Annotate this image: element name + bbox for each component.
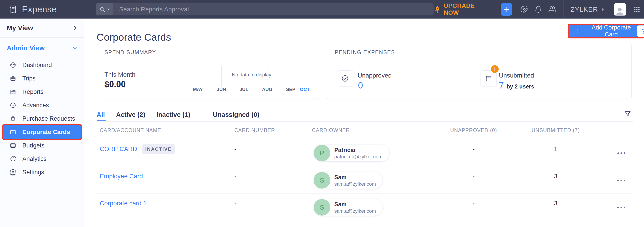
unsubmitted-cell: 1 — [529, 135, 582, 163]
column-header: CARD/ACCOUNT NAME — [100, 127, 161, 133]
unapproved-count[interactable]: 0 — [358, 80, 363, 90]
app-logo[interactable]: Expense — [0, 0, 84, 18]
quick-create-button[interactable] — [501, 3, 512, 16]
briefcase-icon — [10, 75, 16, 82]
pending-expenses-body: Unapproved 0 ! Unsubmitted 7 by 2 users — [327, 60, 632, 99]
spend-amount: $0.00 — [104, 80, 126, 89]
folder-icon — [10, 88, 16, 95]
sidebar-my-view[interactable]: My View — [0, 23, 84, 33]
sidebar-item-corporate-cards[interactable]: Corporate Cards — [3, 125, 81, 139]
sidebar-item-label: Corporate Cards — [22, 129, 70, 136]
tab-unassigned[interactable]: Unassigned (0) — [213, 111, 260, 118]
sidebar-nav: Dashboard Trips Reports — [0, 58, 84, 179]
chart-empty-message: No data to display — [216, 72, 287, 78]
tab-divider — [204, 110, 204, 119]
sidebar-item-purchase-requests[interactable]: Purchase Requests — [0, 112, 84, 125]
owner-pill[interactable]: P Patricia patricia.b@zylker.com — [314, 145, 390, 162]
sidebar-item-trips[interactable]: Trips — [0, 72, 84, 85]
sidebar-item-advances[interactable]: Advances — [0, 99, 84, 112]
card-star-icon — [10, 129, 16, 135]
month-tick-current: OCT — [295, 87, 315, 92]
sidebar-item-dashboard[interactable]: Dashboard — [0, 58, 84, 72]
admin-view-label: Admin View — [7, 44, 44, 52]
tab-all[interactable]: All — [96, 111, 105, 118]
more-options-icon[interactable] — [615, 150, 628, 156]
upgrade-now-button[interactable]: UPGRADE NOW — [434, 2, 491, 16]
owner-pill[interactable]: S Sam sam.a@zylker.com — [314, 199, 383, 216]
owner-name: Sam — [334, 174, 376, 181]
sidebar-admin-view[interactable]: Admin View — [0, 43, 84, 53]
unapproved-label: Unapproved — [358, 72, 392, 79]
column-header: CARD OWNER — [312, 127, 350, 133]
more-options-icon[interactable] — [615, 177, 628, 184]
owner-name: Patricia — [334, 146, 382, 154]
chart-gridline — [305, 66, 305, 87]
unsubmitted-cell: 3 — [529, 163, 582, 190]
gear-icon — [520, 5, 528, 13]
notifications-button[interactable] — [534, 5, 542, 13]
card-name-cell: Corporate card 1 — [100, 190, 147, 217]
card-name-link[interactable]: Employee Card — [100, 173, 143, 180]
tab-active[interactable]: Active (2) — [116, 111, 145, 118]
settings-gear-button[interactable] — [520, 5, 528, 13]
row-actions-cell — [608, 167, 634, 194]
sidebar-divider — [6, 186, 78, 186]
unsubmitted-count[interactable]: 7 — [499, 80, 504, 90]
owner-avatar: S — [314, 172, 330, 189]
gear-icon — [10, 169, 16, 176]
dashboard-icon — [10, 62, 16, 68]
row-actions-cell — [608, 139, 634, 167]
help-button[interactable]: ? — [636, 25, 644, 37]
tab-inactive[interactable]: Inactive (1) — [156, 111, 190, 118]
sidebar: My View Admin View Dashboard Trip — [0, 18, 84, 227]
sidebar-item-budgets[interactable]: Budgets — [0, 139, 84, 152]
org-switcher[interactable]: ZYLKER — [570, 5, 605, 13]
owner-email: sam.a@zylker.com — [334, 208, 376, 214]
pending-expenses-title: PENDING EXPENSES — [327, 44, 632, 60]
search-input[interactable] — [113, 6, 433, 13]
users-button[interactable] — [548, 5, 556, 13]
search-icon — [100, 6, 105, 12]
sidebar-item-label: Dashboard — [22, 62, 52, 69]
sidebar-item-analytics[interactable]: Analytics — [0, 152, 84, 166]
unapproved-icon-box — [337, 70, 353, 86]
owner-pill[interactable]: S Sam sam.a@zylker.com — [314, 172, 383, 189]
my-view-label: My View — [7, 24, 33, 32]
app-name: Expense — [22, 4, 56, 14]
alert-badge-icon: ! — [491, 65, 499, 73]
tabs-bottom-divider — [96, 121, 633, 122]
person-icon — [615, 7, 625, 16]
sidebar-item-settings[interactable]: Settings — [0, 166, 84, 179]
sidebar-item-reports[interactable]: Reports — [0, 85, 84, 99]
topbar-right: UPGRADE NOW — [434, 0, 644, 18]
more-options-icon[interactable] — [615, 205, 628, 211]
month-tick: AUG — [257, 87, 277, 92]
apps-grid-button[interactable] — [633, 6, 640, 13]
caret-right-icon — [602, 7, 605, 11]
avatar[interactable] — [614, 3, 626, 16]
shopping-bag-icon — [10, 115, 16, 122]
filter-button[interactable] — [624, 110, 631, 117]
owner-avatar: S — [314, 199, 330, 216]
users-icon — [548, 5, 556, 13]
card-name-link[interactable]: CORP CARD — [100, 145, 137, 153]
card-name-link[interactable]: Corporate card 1 — [100, 200, 147, 207]
sidebar-item-label: Analytics — [22, 156, 46, 162]
sidebar-item-label: Settings — [22, 169, 44, 176]
receipt-logo-icon — [8, 4, 18, 14]
unsubmitted-icon-box: ! — [480, 70, 497, 86]
month-tick: JUL — [234, 87, 254, 92]
add-corporate-card-button[interactable]: Add Corporate Card — [569, 25, 644, 37]
card-name-cell: Employee Card — [100, 163, 143, 190]
bell-icon — [534, 5, 542, 13]
sidebar-item-label: Purchase Requests — [22, 115, 75, 122]
chevron-right-icon — [72, 25, 77, 30]
budget-card-icon — [10, 142, 16, 149]
owner-email: patricia.b@zylker.com — [334, 154, 382, 160]
search-category-dropdown[interactable] — [96, 3, 113, 15]
card-number-cell: - — [234, 163, 236, 190]
global-search — [96, 3, 433, 15]
card-owner-cell: S Sam sam.a@zylker.com — [314, 167, 383, 194]
upgrade-now-label: UPGRADE NOW — [444, 2, 491, 16]
card-number-cell: - — [234, 190, 236, 217]
